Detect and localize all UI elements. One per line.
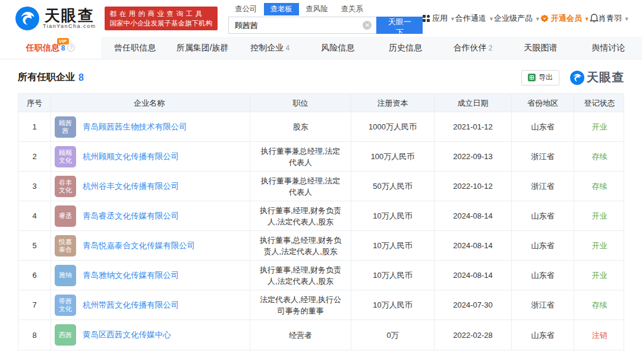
company-cell: 雅纳 青岛雅纳文化传媒有限公司 bbox=[51, 261, 250, 290]
help-icon[interactable]: ? bbox=[67, 44, 75, 52]
swirl-icon bbox=[15, 7, 39, 30]
col-header-company: 企业名称 bbox=[51, 94, 250, 112]
export-button[interactable]: 导出 bbox=[521, 70, 559, 86]
search-type-tabs: 查公司 查老板 查风险 查关系 bbox=[228, 3, 423, 15]
company-cell: 顾顺文化 杭州顾顺文化传播有限公司 bbox=[51, 142, 250, 171]
clear-icon[interactable]: ✕ bbox=[363, 21, 372, 30]
tab-position-info[interactable]: VIP 任职信息 8 ? bbox=[0, 37, 101, 59]
company-link[interactable]: 青岛雅纳文化传媒有限公司 bbox=[83, 270, 179, 281]
avatar-text: 文化 bbox=[59, 305, 72, 313]
date-cell: 2022-09-13 bbox=[435, 142, 512, 171]
status-badge: 开业 bbox=[574, 112, 625, 141]
company-avatar: 顾茜茜 bbox=[55, 116, 76, 138]
chevron-down-icon: ▼ bbox=[535, 16, 540, 22]
search-tab-relation[interactable]: 查关系 bbox=[335, 3, 370, 15]
avatar-text: 带茜 bbox=[59, 297, 72, 305]
position-cell: 执行董事兼总经理,法定代表人 bbox=[250, 142, 351, 171]
province-cell: 山东省 bbox=[512, 112, 574, 141]
company-link[interactable]: 杭州带茜文化传播有限公司 bbox=[83, 300, 179, 311]
avatar-text: 顾顺 bbox=[59, 149, 72, 157]
section-count: 8 bbox=[78, 72, 84, 83]
nav-partner-channel[interactable]: 合作通道▼ bbox=[455, 13, 494, 24]
section-title: 所有任职企业 bbox=[18, 71, 75, 84]
table-row: 6 雅纳 青岛雅纳文化传媒有限公司 执行董事,经理,财务负责人,法定代表人,股东… bbox=[18, 261, 624, 290]
user-menu[interactable]: 肖青羽▼ bbox=[599, 13, 630, 24]
top-right-nav: 应用▼ 合作通道▼ 企业级产品▼ 开通会员▼ 肖青羽▼ bbox=[423, 13, 630, 24]
avatar-text: 睿丞 bbox=[59, 212, 72, 220]
notification-bell[interactable] bbox=[590, 14, 599, 23]
date-cell: 2024-08-14 bbox=[435, 231, 512, 260]
col-header-date: 成立日期 bbox=[435, 94, 512, 112]
company-link[interactable]: 青岛睿丞文化传媒有限公司 bbox=[83, 211, 179, 221]
col-header-index: 序号 bbox=[18, 94, 51, 112]
company-cell: 悦嘉泰合 青岛悦嘉泰合文化传媒有限公司 bbox=[51, 231, 250, 260]
promo-line2: 国家中小企业发展子基金旗下机构 bbox=[110, 18, 213, 28]
chevron-down-icon: ▼ bbox=[489, 16, 494, 22]
province-cell: 山东省 bbox=[512, 201, 574, 230]
company-link[interactable]: 青岛顾茜茜生物技术有限公司 bbox=[83, 122, 187, 132]
avatar-text: 文化 bbox=[59, 186, 72, 194]
avatar-text: 顾茜 bbox=[59, 119, 72, 127]
tab-past-positions[interactable]: 曾任职信息 bbox=[101, 37, 169, 59]
avatar-text: 茜 bbox=[62, 127, 69, 135]
tab-controlled-companies[interactable]: 控制企业4 bbox=[237, 37, 304, 59]
company-avatar: 雅纳 bbox=[55, 265, 76, 286]
position-cell: 股东 bbox=[250, 112, 351, 141]
crown-icon bbox=[540, 14, 549, 23]
search-tab-boss[interactable]: 查老板 bbox=[264, 3, 300, 15]
capital-cell: 100万人民币 bbox=[351, 142, 435, 171]
province-cell: 山东省 bbox=[512, 320, 574, 350]
company-link[interactable]: 杭州谷丰文化传播有限公司 bbox=[83, 181, 179, 192]
nav-apps[interactable]: 应用▼ bbox=[423, 13, 455, 24]
tab-risk-info[interactable]: 风险信息 bbox=[304, 37, 372, 59]
nav-enterprise-products[interactable]: 企业级产品▼ bbox=[494, 13, 540, 24]
tab-graph[interactable]: 天眼图谱 bbox=[507, 37, 575, 59]
username: 肖青羽 bbox=[599, 13, 622, 24]
bell-icon bbox=[590, 14, 599, 23]
tab-group-family[interactable]: 所属集团/族群 bbox=[169, 37, 237, 59]
search-input[interactable]: 顾茜茜 ✕ bbox=[228, 17, 376, 34]
province-cell: 山东省 bbox=[512, 231, 574, 260]
company-cell: 顾茜茜 青岛顾茜茜生物技术有限公司 bbox=[51, 112, 250, 141]
position-cell: 执行董事,经理,财务负责人,法定代表人,股东 bbox=[250, 261, 351, 290]
search-tab-company[interactable]: 查公司 bbox=[228, 3, 264, 15]
table-row: 2 顾顺文化 杭州顾顺文化传播有限公司 执行董事兼总经理,法定代表人 100万人… bbox=[18, 142, 624, 172]
province-cell: 浙江省 bbox=[512, 290, 574, 319]
company-link[interactable]: 杭州顾顺文化传播有限公司 bbox=[83, 151, 179, 162]
search-tab-risk[interactable]: 查风险 bbox=[299, 3, 335, 15]
tab-history-info[interactable]: 历史信息 bbox=[372, 37, 439, 59]
status-badge: 开业 bbox=[574, 231, 625, 260]
promo-banner: 都在用的商业查询工具 国家中小企业发展子基金旗下机构 bbox=[105, 7, 218, 30]
company-cell: 睿丞 青岛睿丞文化传媒有限公司 bbox=[51, 201, 250, 230]
date-cell: 2022-10-12 bbox=[435, 172, 512, 201]
col-header-position: 职位 bbox=[250, 94, 351, 112]
col-header-capital: 注册资本 bbox=[351, 94, 435, 112]
row-index: 8 bbox=[18, 320, 51, 350]
company-link[interactable]: 青岛悦嘉泰合文化传媒有限公司 bbox=[83, 240, 195, 251]
table-body: 1 顾茜茜 青岛顾茜茜生物技术有限公司 股东 1000万人民币 2021-01-… bbox=[18, 112, 624, 350]
avatar-text: 悦嘉 bbox=[59, 238, 72, 246]
company-avatar: 睿丞 bbox=[55, 205, 76, 227]
tianyancha-logo[interactable]: 天眼查 TianYanCha.com bbox=[15, 7, 96, 30]
search-button[interactable]: 天眼一下 bbox=[376, 17, 423, 34]
top-navbar: 天眼查 TianYanCha.com 都在用的商业查询工具 国家中小企业发展子基… bbox=[0, 0, 642, 37]
company-cell: 西茜 黄岛区西茜文化传媒中心 bbox=[51, 320, 250, 350]
swirl-icon bbox=[570, 71, 584, 85]
chevron-down-icon: ▼ bbox=[584, 16, 590, 22]
tab-public-opinion[interactable]: 舆情讨论 bbox=[574, 37, 642, 59]
capital-cell: 10万人民币 bbox=[351, 201, 435, 230]
status-badge: 存续 bbox=[574, 290, 625, 319]
company-avatar: 悦嘉泰合 bbox=[55, 235, 76, 257]
company-cell: 谷丰文化 杭州谷丰文化传播有限公司 bbox=[51, 172, 250, 201]
excel-icon bbox=[528, 74, 536, 81]
avatar-text: 谷丰 bbox=[59, 179, 72, 186]
status-badge: 开业 bbox=[574, 261, 625, 290]
row-index: 3 bbox=[18, 172, 51, 201]
company-link[interactable]: 黄岛区西茜文化传媒中心 bbox=[83, 330, 171, 340]
table-row: 5 悦嘉泰合 青岛悦嘉泰合文化传媒有限公司 执行董事,总经理,财务负责人,法定代… bbox=[18, 231, 624, 261]
chevron-down-icon: ▼ bbox=[450, 16, 455, 22]
position-cell: 执行董事,经理,财务负责人,法定代表人,股东 bbox=[250, 201, 351, 230]
tab-partners[interactable]: 合作伙伴2 bbox=[439, 37, 507, 59]
status-badge: 存续 bbox=[574, 172, 625, 201]
nav-open-membership[interactable]: 开通会员▼ bbox=[540, 13, 590, 24]
